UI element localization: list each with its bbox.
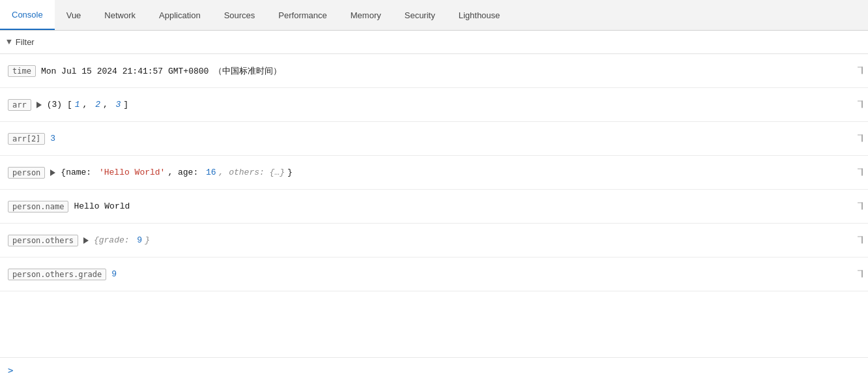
tab-sources[interactable]: Sources — [212, 0, 267, 30]
console-row-time: time Mon Jul 15 2024 21:41:57 GMT+0800 （… — [0, 54, 868, 88]
val-arr: (3) [1, 2, 3] — [36, 100, 128, 110]
console-row-person[interactable]: person {name: 'Hello World', age: 16, ot… — [0, 156, 868, 190]
expand-icon-arr — [36, 102, 42, 108]
var-label-person-name: person.name — [8, 201, 68, 213]
line-indicator-arr2 — [858, 134, 863, 143]
line-indicator-time — [858, 66, 863, 75]
console-prompt-input[interactable] — [18, 365, 860, 375]
console-row-person-others[interactable]: person.others {grade: 9} — [0, 224, 868, 257]
var-label-time: time — [8, 65, 36, 77]
console-area: time Mon Jul 15 2024 21:41:57 GMT+0800 （… — [0, 54, 868, 357]
tab-security[interactable]: Security — [393, 0, 447, 30]
var-label-arr: arr — [8, 99, 31, 111]
console-row-person-name: person.name Hello World — [0, 190, 868, 224]
val-person-others: {grade: 9} — [83, 235, 150, 245]
tab-bar: Console Vue Network Application Sources … — [0, 0, 868, 31]
prompt-chevron-icon: > — [8, 365, 13, 375]
var-label-person: person — [8, 167, 45, 179]
tab-network[interactable]: Network — [93, 0, 147, 30]
filter-label: Filter — [16, 37, 35, 47]
tab-vue[interactable]: Vue — [55, 0, 93, 30]
line-indicator-person-name — [858, 202, 863, 211]
console-row-arr[interactable]: arr (3) [1, 2, 3] — [0, 88, 868, 122]
val-person-others-grade: 9 — [111, 269, 117, 279]
filter-icon: ▼ — [7, 37, 12, 47]
line-indicator-person-others-grade — [858, 270, 863, 278]
expand-icon-person-others — [83, 237, 89, 244]
val-arr2: 3 — [50, 134, 55, 143]
tab-performance[interactable]: Performance — [267, 0, 338, 30]
line-indicator-person-others — [858, 236, 863, 244]
val-person-name: Hello World — [74, 201, 130, 211]
val-time: Mon Jul 15 2024 21:41:57 GMT+0800 （中国标准时… — [41, 65, 282, 77]
tab-application[interactable]: Application — [147, 0, 212, 30]
filter-bar: ▼ Filter — [0, 31, 868, 54]
var-label-person-others: person.others — [8, 235, 78, 246]
tab-memory[interactable]: Memory — [339, 0, 393, 30]
console-row-arr2: arr[2] 3 — [0, 122, 868, 156]
val-person: {name: 'Hello World', age: 16, others: {… — [50, 168, 292, 177]
line-indicator-arr — [858, 100, 863, 109]
line-indicator-person — [858, 168, 863, 177]
devtools-container: Console Vue Network Application Sources … — [0, 0, 868, 357]
tab-lighthouse[interactable]: Lighthouse — [447, 0, 512, 30]
expand-icon-person — [50, 169, 55, 176]
var-label-arr2: arr[2] — [8, 133, 45, 145]
prompt-row: > — [0, 357, 868, 382]
console-row-person-others-grade: person.others.grade 9 — [0, 257, 868, 291]
var-label-person-others-grade: person.others.grade — [8, 269, 106, 280]
tab-console[interactable]: Console — [0, 0, 55, 30]
